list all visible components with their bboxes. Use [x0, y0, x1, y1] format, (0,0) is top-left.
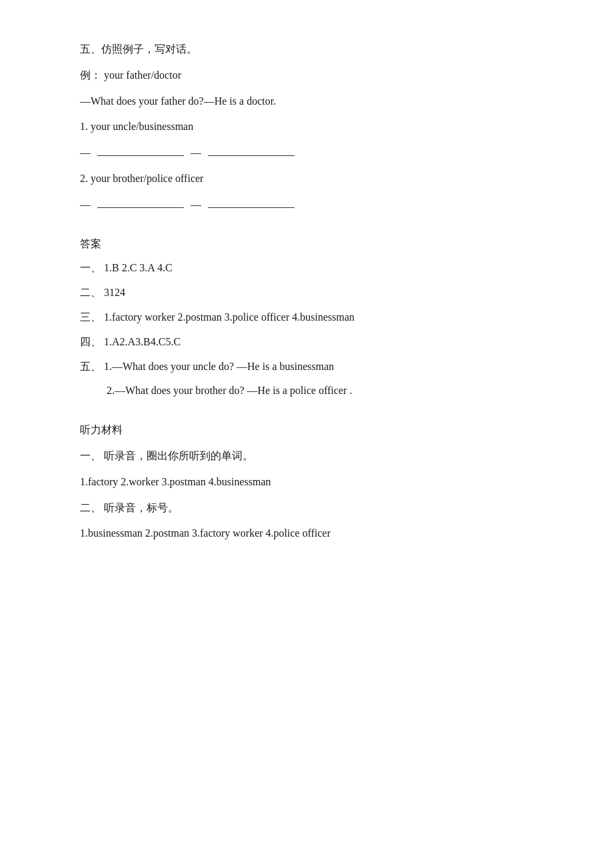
- example-label: 例：: [80, 69, 101, 81]
- answer-item-4: 四、 1.A2.A3.B4.C5.C: [80, 333, 533, 352]
- answer-content-4: 1.A2.A3.B4.C5.C: [104, 336, 181, 347]
- answer-label-1: 一、: [80, 262, 101, 273]
- listening-part-2: 二、 听录音，标号。: [80, 499, 533, 518]
- answer-label-5: 五、: [80, 361, 101, 372]
- q2-blank2[interactable]: [208, 207, 295, 208]
- q2-text: your brother/police officer: [91, 173, 203, 184]
- listening-title: 听力材料: [80, 421, 533, 440]
- answer-item-2: 二、 3124: [80, 283, 533, 303]
- question-1-answer-row: — —: [80, 143, 533, 163]
- question-2-answer-row: — —: [80, 195, 533, 215]
- q1-dash1: —: [80, 143, 91, 163]
- answer-item-1: 一、 1.B 2.C 3.A 4.C: [80, 259, 533, 278]
- q1-blank1[interactable]: [97, 155, 184, 156]
- question-2-prompt: 2. your brother/police officer: [80, 169, 533, 189]
- answer-content-1: 1.B 2.C 3.A 4.C: [104, 262, 173, 273]
- answer-label-3: 三、: [80, 311, 101, 323]
- listening-label-2: 二、: [80, 502, 101, 513]
- exercise-section: 五、仿照例子，写对话。 例： your father/doctor —What …: [80, 40, 533, 215]
- q1-text: your uncle/businessman: [91, 121, 193, 132]
- listening-part-1: 一、 听录音，圈出你所听到的单词。: [80, 447, 533, 466]
- q2-dash2: —: [191, 195, 201, 215]
- q1-number: 1.: [80, 121, 88, 132]
- q1-blank2[interactable]: [208, 155, 295, 156]
- example-prompt: your father/doctor: [104, 69, 181, 81]
- q2-dash1: —: [80, 195, 91, 215]
- listening-label-1: 一、: [80, 450, 101, 461]
- answer-content-5-line2: 2.—What does your brother do? —He is a p…: [107, 385, 352, 396]
- answer-item-5-line2: 2.—What does your brother do? —He is a p…: [80, 381, 533, 401]
- answer-item-3: 三、 1.factory worker 2.postman 3.police o…: [80, 308, 533, 327]
- example-dialogue: —What does your father do?—He is a docto…: [80, 92, 533, 111]
- q2-blank1[interactable]: [97, 207, 184, 208]
- question-1-prompt: 1. your uncle/businessman: [80, 117, 533, 137]
- answer-label-4: 四、: [80, 336, 101, 347]
- answer-content-3: 1.factory worker 2.postman 3.police offi…: [104, 311, 354, 323]
- listening-section: 听力材料 一、 听录音，圈出你所听到的单词。 1.factory 2.worke…: [80, 421, 533, 543]
- answer-content-5-line1: 1.—What does your uncle do? —He is a bus…: [104, 361, 334, 372]
- listening-content-2: 1.businessman 2.postman 3.factory worker…: [80, 524, 533, 543]
- answer-item-5: 五、 1.—What does your uncle do? —He is a …: [80, 357, 533, 377]
- q1-dash2: —: [191, 143, 201, 163]
- listening-content-1: 1.factory 2.worker 3.postman 4.businessm…: [80, 473, 533, 492]
- exercise-title: 五、仿照例子，写对话。: [80, 40, 533, 59]
- answer-label-2: 二、: [80, 287, 101, 298]
- listening-instruction-2: 听录音，标号。: [104, 502, 179, 513]
- answer-section: 答案 一、 1.B 2.C 3.A 4.C 二、 3124 三、 1.facto…: [80, 235, 533, 401]
- listening-instruction-1: 听录音，圈出你所听到的单词。: [104, 450, 253, 461]
- answer-content-2: 3124: [104, 287, 125, 298]
- q2-number: 2.: [80, 173, 88, 184]
- example-row: 例： your father/doctor: [80, 66, 533, 85]
- answer-section-title: 答案: [80, 235, 533, 254]
